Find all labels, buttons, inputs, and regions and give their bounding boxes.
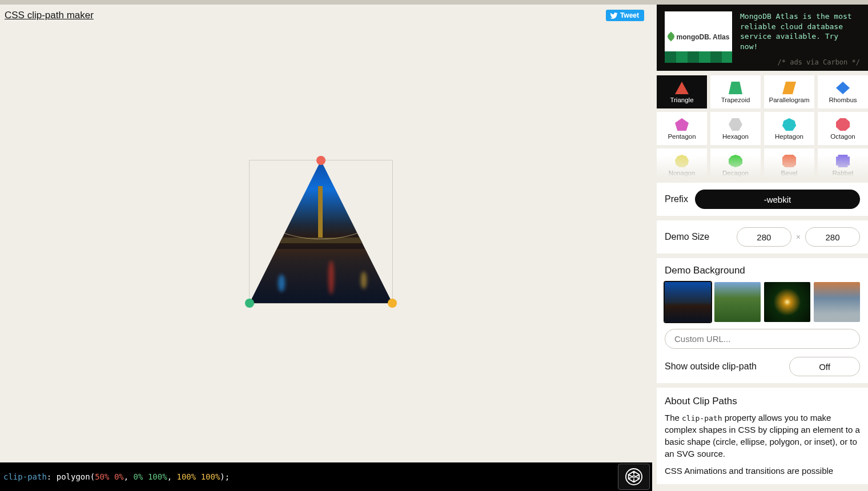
codepen-icon	[625, 468, 642, 485]
shape-icon	[836, 82, 850, 94]
ad-banner[interactable]: mongoDB. Atlas MongoDB Atlas is the most…	[657, 5, 868, 71]
shape-icon	[729, 82, 742, 94]
shape-label: Octagon	[830, 133, 855, 140]
shape-icon	[782, 118, 796, 131]
bg-thumb-4[interactable]	[814, 282, 860, 322]
shape-icon	[782, 155, 796, 167]
shape-icon	[729, 155, 742, 167]
about-p2: CSS Animations and transitions are possi…	[665, 465, 860, 477]
custom-url-input[interactable]	[665, 329, 860, 349]
about-p1: The clip-path property allows you to mak…	[665, 412, 860, 460]
shape-heptagon[interactable]: Heptagon	[764, 112, 814, 145]
ad-image: mongoDB. Atlas	[665, 11, 732, 63]
shape-label: Rhombus	[829, 96, 857, 103]
tweet-label: Tweet	[620, 11, 639, 19]
bg-heading: Demo Background	[665, 265, 860, 276]
shape-icon	[729, 118, 742, 131]
shape-label: Parallelogram	[769, 96, 810, 103]
shape-icon	[836, 155, 850, 167]
ad-text: MongoDB Atlas is the most reliable cloud…	[740, 11, 860, 65]
code-output: clip-path: polygon(50% 0%, 0% 100%, 100%…	[0, 462, 652, 491]
ad-attribution: /* ads via Carbon */	[778, 58, 861, 66]
shape-label: Trapezoid	[721, 96, 750, 103]
shape-octagon[interactable]: Octagon	[818, 112, 868, 145]
shape-label: Hexagon	[722, 133, 749, 140]
shape-icon	[675, 82, 689, 94]
demo-image	[250, 160, 392, 303]
shape-icon	[782, 82, 796, 94]
app-title[interactable]: CSS clip-path maker	[5, 10, 94, 21]
shape-label: Rabbet	[832, 170, 853, 176]
handle-1[interactable]	[316, 156, 326, 165]
shape-rabbet[interactable]: Rabbet	[818, 148, 868, 178]
shape-label: Heptagon	[775, 133, 803, 140]
handle-3[interactable]	[388, 299, 397, 308]
shape-icon	[675, 118, 689, 131]
handle-2[interactable]	[245, 299, 254, 308]
prefix-label: Prefix	[665, 194, 688, 204]
width-input[interactable]: 280	[737, 227, 791, 247]
bg-thumb-3[interactable]	[764, 282, 810, 322]
shape-label: Triangle	[670, 96, 693, 103]
shape-pentagon[interactable]: Pentagon	[657, 112, 707, 145]
tweet-button[interactable]: Tweet	[606, 10, 644, 21]
about-section: About Clip Paths The clip-path property …	[657, 388, 868, 484]
shape-rhombus[interactable]: Rhombus	[818, 75, 868, 108]
bg-thumb-1[interactable]	[665, 282, 711, 322]
bg-thumb-2[interactable]	[714, 282, 761, 322]
prefix-toggle[interactable]: -webkit	[695, 190, 860, 209]
shape-hexagon[interactable]: Hexagon	[710, 112, 761, 145]
clip-canvas[interactable]	[0, 27, 652, 462]
shape-icon	[675, 155, 689, 167]
shape-triangle[interactable]: Triangle	[657, 75, 707, 108]
shape-nonagon[interactable]: Nonagon	[657, 148, 707, 178]
times-symbol: ×	[796, 232, 801, 242]
twitter-icon	[610, 13, 618, 19]
shape-label: Decagon	[722, 170, 749, 176]
shape-trapezoid[interactable]: Trapezoid	[710, 75, 761, 108]
shape-label: Pentagon	[668, 133, 696, 140]
show-outside-label: Show outside clip-path	[665, 361, 782, 372]
shape-label: Bevel	[781, 170, 798, 176]
demo-size-label: Demo Size	[665, 232, 709, 242]
shape-decagon[interactable]: Decagon	[710, 148, 761, 178]
height-input[interactable]: 280	[805, 227, 860, 247]
codepen-button[interactable]	[618, 464, 650, 490]
shape-parallelogram[interactable]: Parallelogram	[764, 75, 814, 108]
demo-box	[249, 160, 393, 304]
shape-bevel[interactable]: Bevel	[764, 148, 814, 178]
show-outside-toggle[interactable]: Off	[789, 357, 860, 376]
about-heading: About Clip Paths	[665, 395, 860, 408]
shape-label: Nonagon	[669, 170, 696, 176]
shape-icon	[836, 118, 850, 131]
shape-picker: TriangleTrapezoidParallelogramRhombusPen…	[657, 75, 868, 178]
